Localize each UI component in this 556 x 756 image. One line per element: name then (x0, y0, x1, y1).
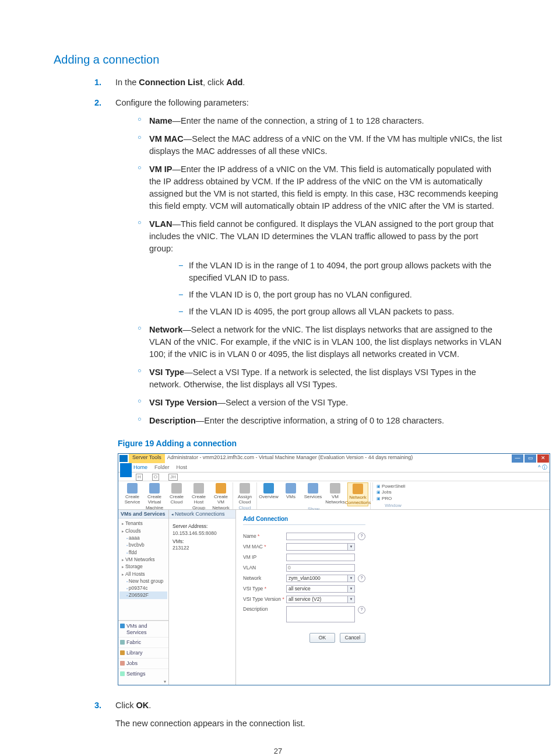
nav-cloud-item[interactable]: aaaa (119, 534, 167, 541)
step-1-text: In the Connection List, click Add. (115, 78, 245, 87)
param-vm-mac: VM MAC—Select the MAC address of a vNIC … (138, 133, 502, 158)
vlan-range-note: If the VLAN ID is in the range of 1 to 4… (178, 260, 502, 284)
param-name: Name—Enter the name of the connection, a… (138, 115, 502, 127)
ribbon-vms[interactable]: VMs (281, 482, 301, 506)
cancel-button[interactable]: Cancel (340, 633, 365, 643)
ribbon-powershell[interactable]: PowerShell (376, 484, 411, 489)
tab-home[interactable]: Home (133, 464, 147, 472)
nav-cloud-item[interactable]: ffdd (119, 549, 167, 556)
nav-clouds[interactable]: Clouds (119, 527, 167, 534)
step-number: 1. (94, 76, 101, 89)
help-icon[interactable]: ? (358, 533, 365, 540)
bold: Network (149, 325, 182, 334)
ribbon-assign-cloud[interactable]: Assign Cloud (235, 482, 255, 505)
nav-storage[interactable]: Storage (119, 563, 167, 570)
param-vlan: VLAN—This field cannot be configured. It… (138, 218, 502, 318)
server-tools-badge: Server Tools (129, 454, 165, 463)
text: , click (203, 78, 226, 87)
subtab-o[interactable]: O (152, 474, 159, 481)
ribbon-network-connections[interactable]: Network Connections (347, 482, 368, 506)
bold: VSI Type Version (149, 398, 217, 407)
step-2-text: Configure the following parameters: (115, 98, 249, 107)
form-label-vsi-type: VSI Type (243, 586, 286, 592)
description-input[interactable] (286, 606, 355, 622)
nav-all-hosts[interactable]: All Hosts (119, 570, 167, 578)
param-vsi-type-version: VSI Type Version—Select a version of the… (138, 397, 502, 409)
subtab-h[interactable]: H (136, 474, 143, 481)
step-3: 3. Click OK. The new connection appears … (94, 699, 502, 730)
nav-host-item[interactable]: p09374c (119, 584, 167, 592)
bold: Description (149, 416, 196, 425)
help-icon[interactable]: ^ ⓘ (538, 464, 547, 472)
nav-host-item-selected[interactable]: Z06592F (119, 592, 167, 598)
nav-tenants[interactable]: Tenants (119, 520, 167, 527)
nav-bottom-vms[interactable]: VMs and Services (118, 621, 168, 638)
ribbon-services[interactable]: Services (303, 482, 323, 506)
network-select[interactable]: zym_vlan1000▼ (286, 575, 355, 582)
subtab-jh[interactable]: JH (168, 474, 178, 481)
text: —Enter the name of the connection, a str… (173, 116, 424, 125)
vsi-type-version-select[interactable]: all service (V2)▼ (286, 596, 355, 603)
nav-host-item[interactable]: New host group (119, 578, 167, 584)
window-minimize-button[interactable]: — (512, 454, 523, 463)
step-3-result: The new connection appears in the connec… (115, 718, 502, 730)
nav-cloud-item[interactable]: bvcbvb (119, 541, 167, 548)
file-menu-icon[interactable] (120, 463, 132, 477)
text: —This field cannot be configured. It dis… (149, 219, 494, 253)
param-network: Network—Select a network for the vNIC. T… (138, 324, 502, 360)
text: —Enter the IP address of a vNIC on the V… (149, 164, 498, 211)
ribbon-vm-networks[interactable]: VM Networks (325, 482, 345, 506)
text: —Select a VSI Type. If a network is sele… (149, 368, 476, 389)
text: —Select the MAC address of a vNIC on the… (149, 134, 502, 156)
vlan-4095-note: If the VLAN ID is 4095, the port group a… (178, 306, 502, 318)
nav-vm-networks[interactable]: VM Networks (119, 556, 167, 563)
mid-panel-title: Network Connections (169, 510, 235, 519)
nav-bottom-jobs[interactable]: Jobs (118, 658, 168, 668)
text: . (149, 701, 151, 710)
form-label-vm-ip: VM IP (243, 554, 286, 560)
vsi-type-select[interactable]: all service▼ (286, 585, 355, 593)
bold: Connection List (139, 78, 203, 87)
tab-host[interactable]: Host (177, 464, 188, 472)
bold: Add (226, 78, 242, 87)
server-address-value: 10.153.146.55:8080 (173, 530, 232, 536)
vm-mac-select[interactable]: ▼ (286, 543, 355, 551)
form-label-vm-mac: VM MAC (243, 544, 286, 550)
window-titlebar: Server Tools Administrator - vmm2012.imf… (118, 454, 550, 463)
ribbon-pro[interactable]: PRO (376, 496, 411, 502)
window-title: Administrator - vmm2012.imfh3c.com - Vir… (165, 454, 511, 463)
help-icon[interactable]: ? (358, 575, 365, 582)
vlan-field: 0 (286, 564, 355, 572)
vmm-window: Server Tools Administrator - vmm2012.imf… (118, 453, 550, 685)
nav-collapse-icon[interactable]: ▾ (118, 679, 168, 685)
form-label-description: Description (243, 606, 286, 612)
step-1: 1. In the Connection List, click Add. (94, 76, 502, 89)
ribbon-overview[interactable]: Overview (259, 482, 279, 506)
page-number: 27 (54, 746, 502, 756)
chevron-down-icon: ▼ (347, 596, 354, 603)
chevron-down-icon: ▼ (347, 575, 354, 582)
name-input[interactable] (286, 533, 355, 540)
param-vsi-type: VSI Type—Select a VSI Type. If a network… (138, 366, 502, 391)
app-icon (119, 455, 128, 462)
help-icon[interactable]: ? (358, 606, 365, 614)
nav-bottom-library[interactable]: Library (118, 648, 168, 658)
tab-folder[interactable]: Folder (154, 464, 170, 472)
window-maximize-button[interactable]: ▭ (525, 454, 536, 463)
ok-button[interactable]: OK (309, 633, 335, 643)
form-label-name: Name (243, 533, 286, 539)
vm-ip-input[interactable] (286, 554, 355, 561)
chevron-down-icon: ▼ (347, 586, 354, 592)
window-close-button[interactable]: ✕ (537, 454, 549, 463)
ribbon-jobs[interactable]: Jobs (376, 489, 411, 495)
section-heading: Adding a connection (54, 51, 502, 68)
nav-bottom-fabric[interactable]: Fabric (118, 637, 168, 648)
nav-bottom-settings[interactable]: Settings (118, 668, 168, 679)
bold: VM MAC (149, 134, 184, 144)
ribbon-subtabs: H O JH (118, 473, 550, 481)
text: —Select a network for the vNIC. The list… (149, 325, 501, 359)
mid-panel: Network Connections Server Address: 10.1… (169, 510, 236, 685)
figure-caption: Figure 19 Adding a connection (118, 438, 502, 449)
text: . (242, 78, 245, 87)
step-3-text: Click OK. (115, 701, 151, 710)
